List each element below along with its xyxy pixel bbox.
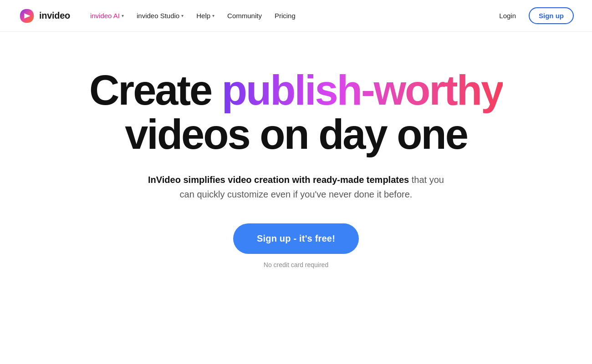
nav-label-community: Community	[227, 12, 262, 20]
hero-title-line2: videos on day one	[125, 111, 467, 157]
nav-label-invideo-studio: invideo Studio	[137, 12, 179, 20]
nav-label-help: Help	[196, 12, 210, 20]
brand-name: invideo	[39, 10, 70, 21]
logo-link[interactable]: invideo	[18, 7, 70, 25]
signup-button[interactable]: Sign up	[529, 7, 574, 24]
hero-cta-button[interactable]: Sign up - it's free!	[233, 223, 359, 254]
navbar: invideo invideo AI ▾ invideo Studio ▾ He…	[0, 0, 592, 32]
login-button[interactable]: Login	[494, 8, 521, 23]
hero-note: No credit card required	[264, 261, 328, 268]
hero-section: Create publish-worthy videos on day one …	[0, 32, 592, 287]
nav-item-pricing[interactable]: Pricing	[269, 8, 301, 23]
hero-subtitle-bold: InVideo simplifies video creation with r…	[148, 175, 409, 185]
hero-title: Create publish-worthy videos on day one	[89, 68, 503, 156]
nav-label-invideo-ai: invideo AI	[90, 12, 120, 20]
hero-title-gradient: publish-worthy	[222, 67, 503, 113]
nav-items: invideo AI ▾ invideo Studio ▾ Help ▾ Com…	[85, 8, 494, 23]
hero-subtitle: InVideo simplifies video creation with r…	[141, 172, 451, 202]
nav-item-invideo-studio[interactable]: invideo Studio ▾	[131, 8, 189, 23]
nav-item-invideo-ai[interactable]: invideo AI ▾	[85, 8, 129, 23]
nav-item-help[interactable]: Help ▾	[191, 8, 220, 23]
logo-icon	[18, 7, 36, 25]
nav-item-community[interactable]: Community	[222, 8, 267, 23]
nav-right: Login Sign up	[494, 7, 574, 24]
chevron-down-icon: ▾	[212, 13, 214, 18]
chevron-down-icon: ▾	[122, 13, 124, 18]
hero-title-plain: Create	[89, 67, 222, 113]
nav-label-pricing: Pricing	[275, 12, 296, 20]
chevron-down-icon: ▾	[181, 13, 184, 18]
